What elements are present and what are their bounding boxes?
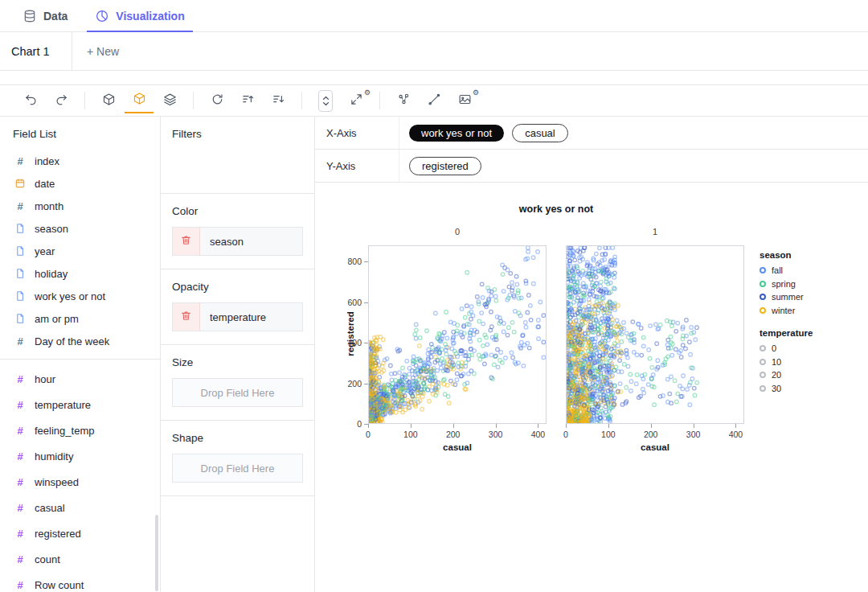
tab-visualization[interactable]: Visualization bbox=[95, 0, 184, 31]
field-item-label: holiday bbox=[35, 268, 68, 280]
cube-active-icon bbox=[133, 92, 146, 108]
pill-registered[interactable]: registered bbox=[409, 157, 481, 175]
tab-data-label: Data bbox=[43, 10, 68, 23]
x-tick-mark bbox=[735, 424, 736, 428]
hash-icon: # bbox=[14, 425, 27, 437]
field-item-hour[interactable]: #hour bbox=[0, 366, 160, 392]
field-item-work-yes-or-not[interactable]: work yes or not bbox=[0, 285, 160, 307]
pill-work-yes-or-not[interactable]: work yes or not bbox=[409, 125, 504, 142]
cluster-button[interactable] bbox=[389, 88, 418, 113]
filters-dropzone[interactable] bbox=[172, 150, 303, 180]
hash-icon: # bbox=[14, 502, 27, 514]
stepper-button[interactable] bbox=[311, 88, 340, 113]
facet-label-0: 0 bbox=[368, 227, 547, 236]
undo-icon bbox=[24, 92, 38, 109]
field-item-temperature[interactable]: #temperature bbox=[0, 392, 160, 417]
shape-dropzone[interactable]: Drop Field Here bbox=[172, 454, 303, 483]
field-item-label: registered bbox=[35, 528, 81, 540]
x-axis-row: X-Axis work yes or notcasual bbox=[315, 117, 868, 150]
text-icon bbox=[14, 313, 27, 324]
field-item-label: hour bbox=[35, 373, 55, 385]
sort-desc-button[interactable] bbox=[264, 88, 293, 113]
field-item-day-of-the-week[interactable]: #Day of the week bbox=[0, 330, 160, 352]
redo-button[interactable] bbox=[47, 88, 76, 113]
x-tick-label: 0 bbox=[554, 430, 578, 439]
y-axis-title: registered bbox=[346, 278, 355, 390]
y-axis-dropzone[interactable]: registered bbox=[399, 150, 868, 182]
legend-circle-icon bbox=[760, 385, 766, 392]
chart-canvas-wrap: work yes or not registered seasonfallspr… bbox=[315, 183, 868, 592]
field-item-winspeed[interactable]: #winspeed bbox=[0, 469, 160, 495]
chart-title: work yes or not bbox=[368, 204, 744, 215]
chart-tab-1[interactable]: Chart 1 bbox=[0, 32, 72, 70]
pie-chart-icon bbox=[95, 9, 109, 23]
field-item-season[interactable]: season bbox=[0, 217, 160, 240]
field-item-registered[interactable]: #registered bbox=[0, 520, 160, 546]
pill-casual[interactable]: casual bbox=[512, 124, 568, 142]
x-axis-dropzone[interactable]: work yes or notcasual bbox=[399, 117, 868, 149]
size-dropzone[interactable]: Drop Field Here bbox=[172, 378, 303, 407]
settings-gear-icon: ⚙ bbox=[364, 89, 371, 97]
cube-active-button[interactable] bbox=[125, 88, 154, 113]
text-icon bbox=[14, 290, 27, 302]
text-icon bbox=[14, 245, 27, 257]
expand-gear-button[interactable]: ⚙ bbox=[342, 88, 371, 113]
refresh-icon bbox=[211, 92, 224, 109]
toolbar-separator bbox=[193, 92, 194, 109]
remove-opacity-field-button[interactable] bbox=[173, 303, 200, 331]
field-item-label: am or pm bbox=[35, 313, 79, 325]
redo-icon bbox=[55, 92, 68, 109]
scrollbar-thumb[interactable] bbox=[155, 515, 158, 591]
opacity-field-chip[interactable]: temperature bbox=[172, 302, 303, 331]
hash-icon: # bbox=[14, 553, 27, 565]
image-gear-button[interactable]: ⚙ bbox=[450, 88, 479, 113]
y-tick-label: 0 bbox=[315, 419, 362, 429]
x-tick-mark bbox=[651, 424, 652, 428]
field-list-dimensions: #indexdate#monthseasonyearholidaywork ye… bbox=[0, 150, 160, 352]
legend-circle-icon bbox=[760, 345, 766, 352]
field-item-count[interactable]: #count bbox=[0, 546, 160, 572]
field-item-date[interactable]: date bbox=[0, 172, 160, 195]
x-tick-mark bbox=[538, 424, 538, 428]
toolbar-separator bbox=[379, 92, 380, 109]
x-tick-label: 400 bbox=[526, 430, 550, 439]
sort-asc-button[interactable] bbox=[233, 88, 262, 113]
hash-icon: # bbox=[14, 476, 27, 488]
field-item-casual[interactable]: #casual bbox=[0, 495, 160, 520]
field-item-holiday[interactable]: holiday bbox=[0, 262, 160, 285]
pen-button[interactable] bbox=[420, 88, 448, 113]
field-item-index[interactable]: #index bbox=[0, 150, 160, 172]
legend-circle-icon bbox=[760, 294, 766, 300]
temperature-legend-title: temperature bbox=[760, 328, 864, 338]
field-item-feeling-temp[interactable]: #feeling_temp bbox=[0, 417, 160, 443]
field-list-measures: #hour#temperature#feeling_temp#humidity#… bbox=[0, 366, 160, 592]
season-legend-title: season bbox=[760, 250, 864, 260]
tab-data[interactable]: Data bbox=[23, 0, 68, 31]
field-item-month[interactable]: #month bbox=[0, 195, 160, 217]
scatter-canvas-facet-1[interactable] bbox=[567, 246, 743, 423]
remove-color-field-button[interactable] bbox=[173, 228, 200, 255]
field-item-am-or-pm[interactable]: am or pm bbox=[0, 307, 160, 330]
y-tick-mark bbox=[364, 424, 368, 425]
shape-section: Shape Drop Field Here bbox=[161, 421, 314, 496]
x-tick-mark bbox=[496, 424, 497, 428]
scatter-canvas-facet-0[interactable] bbox=[369, 246, 546, 423]
new-chart-button[interactable]: + New bbox=[72, 32, 133, 70]
refresh-button[interactable] bbox=[203, 88, 231, 113]
app-root: Data Visualization Chart 1 + New ⚙⚙ Fiel… bbox=[0, 0, 868, 592]
expand-gear-icon: ⚙ bbox=[350, 92, 363, 109]
legend-item-label: spring bbox=[772, 279, 796, 289]
pen-icon bbox=[428, 92, 441, 109]
field-item-row-count[interactable]: #Row count bbox=[0, 572, 160, 592]
legend-circle-icon bbox=[760, 281, 766, 287]
field-item-label: feeling_temp bbox=[35, 425, 94, 437]
color-field-chip[interactable]: season bbox=[172, 227, 303, 256]
undo-button[interactable] bbox=[16, 88, 45, 113]
x-tick-label: 200 bbox=[639, 430, 663, 439]
tab-visualization-label: Visualization bbox=[116, 10, 184, 23]
field-item-humidity[interactable]: #humidity bbox=[0, 443, 160, 469]
layers-button[interactable] bbox=[155, 88, 184, 113]
field-item-year[interactable]: year bbox=[0, 240, 160, 262]
size-title: Size bbox=[172, 356, 303, 368]
cube-button[interactable] bbox=[94, 88, 123, 113]
